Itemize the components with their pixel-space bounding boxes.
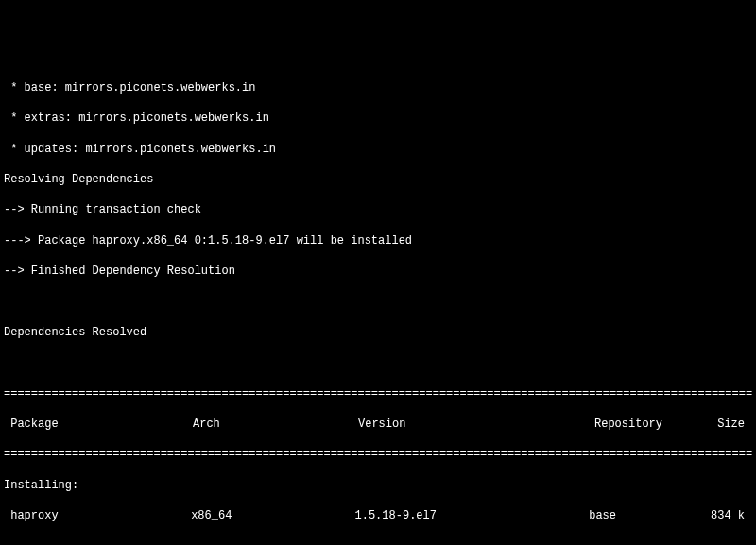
cell-size: 834 k — [711, 508, 752, 523]
cell-version: 1.5.18-9.el7 — [355, 508, 590, 523]
finished-resolution: --> Finished Dependency Resolution — [4, 264, 752, 279]
header-size: Size — [717, 417, 752, 432]
cell-package: haproxy — [4, 508, 191, 523]
separator: ========================================… — [4, 386, 752, 401]
mirror-extras: * extras: mirrors.piconets.webwerks.in — [4, 111, 752, 126]
resolving-deps: Resolving Dependencies — [4, 172, 752, 187]
running-check: --> Running transaction check — [4, 202, 752, 217]
separator: ========================================… — [4, 447, 752, 462]
mirror-base: * base: mirrors.piconets.webwerks.in — [4, 80, 752, 95]
deps-resolved: Dependencies Resolved — [4, 325, 752, 340]
header-version: Version — [358, 417, 594, 432]
blank-line — [4, 355, 752, 370]
installing-label: Installing: — [4, 478, 752, 493]
cell-arch: x86_64 — [191, 508, 354, 523]
table-header-row: Package Arch Version Repository Size — [4, 417, 752, 432]
header-arch: Arch — [193, 417, 358, 432]
cell-repo: base — [589, 508, 711, 523]
header-repository: Repository — [594, 417, 717, 432]
package-install-line: ---> Package haproxy.x86_64 0:1.5.18-9.e… — [4, 233, 752, 248]
header-package: Package — [4, 417, 193, 432]
terminal-output: * base: mirrors.piconets.webwerks.in * e… — [4, 65, 752, 545]
blank-line — [4, 539, 752, 545]
table-row: haproxy x86_64 1.5.18-9.el7 base 834 k — [4, 508, 752, 523]
mirror-updates: * updates: mirrors.piconets.webwerks.in — [4, 142, 752, 157]
blank-line — [4, 295, 752, 310]
